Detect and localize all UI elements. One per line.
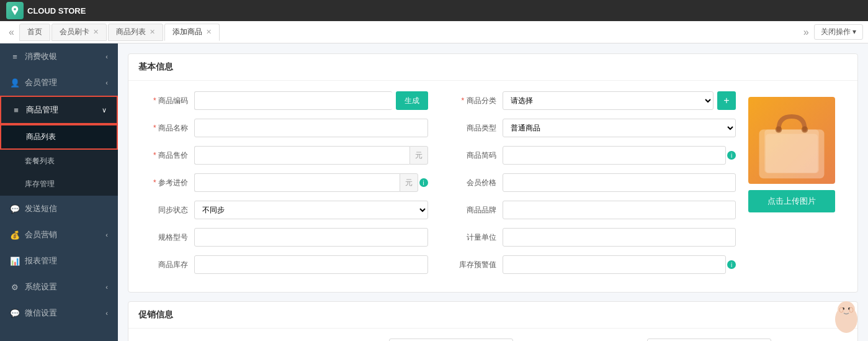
product-brand-input[interactable]	[503, 201, 736, 219]
product-brand-row: 商品品牌	[447, 200, 736, 220]
member-price-label: 会员价格	[447, 178, 503, 188]
stock-warning-input[interactable]	[503, 255, 727, 274]
svg-point-10	[849, 307, 853, 312]
sidebar-sub-item-inventory[interactable]: 库存管理	[0, 173, 118, 196]
product-shortcode-label: 商品简码	[447, 150, 503, 161]
settings-arrow: ‹	[105, 283, 108, 291]
sidebar-submenu: 商品列表 套餐列表 库存管理	[0, 124, 118, 196]
sidebar: ≡ 消费收银 ‹ 👤 会员管理 ‹ ≡ 商品管理 ∨ 商品列表 套餐列表 库存管…	[0, 43, 118, 341]
wechat-icon: 💬	[10, 309, 20, 318]
app-logo: CLOUD STORE	[6, 2, 86, 19]
promo-row-1: 商品折扣 i 开启 关闭	[138, 339, 848, 341]
ref-price-suffix: 元	[400, 173, 418, 192]
wechat-arrow: ‹	[105, 309, 108, 317]
product-code-input[interactable]	[194, 91, 392, 110]
sidebar-item-send-sms[interactable]: 💬 发送短信	[0, 196, 118, 222]
promo-info-section: 促销信息 商品折扣 i 开启	[128, 301, 858, 341]
member-price-input[interactable]	[503, 173, 736, 192]
stock-warning-row: 库存预警值 i	[447, 255, 736, 275]
unit-label: 计量单位	[447, 232, 503, 243]
add-category-button[interactable]: +	[717, 91, 736, 110]
sidebar-item-member-marketing[interactable]: 💰 会员营销 ‹	[0, 222, 118, 248]
tab-member-card-close[interactable]: ✕	[93, 28, 99, 36]
basic-info-left: 商品编码 生成 商品名称 商	[138, 91, 428, 282]
basic-info-section: 基本信息 商品编码 生成	[128, 53, 858, 293]
app-header: CLOUD STORE	[0, 0, 868, 21]
product-name-input[interactable]	[194, 119, 428, 137]
tab-home[interactable]: 首页	[19, 24, 50, 41]
logo-icon	[6, 2, 24, 19]
product-category-label: 商品分类	[447, 96, 503, 106]
sidebar-item-wechat-settings[interactable]: 💬 微信设置 ‹	[0, 300, 118, 326]
product-price-label: 商品售价	[138, 150, 194, 161]
svg-point-3	[802, 126, 808, 133]
cashier-arrow: ‹	[105, 53, 108, 60]
member-price-row: 会员价格	[447, 173, 736, 193]
special-discount-col: 特价折扣 i	[324, 339, 580, 341]
svg-rect-4	[766, 134, 818, 173]
tab-product-list-close[interactable]: ✕	[150, 28, 155, 36]
spec-model-input[interactable]	[194, 228, 428, 247]
ref-price-input-group: 元	[194, 173, 418, 192]
sms-icon: 💬	[10, 204, 20, 214]
min-discount-col: 最低折扣	[593, 339, 848, 341]
ref-price-label: 参考进价	[138, 178, 194, 188]
tab-product-list[interactable]: 商品列表 ✕	[108, 24, 163, 41]
report-icon: 📊	[10, 257, 20, 266]
member-arrow: ‹	[105, 79, 108, 86]
special-discount-input[interactable]	[389, 339, 513, 341]
tab-prev-btn[interactable]: «	[5, 27, 18, 38]
ref-price-info-icon[interactable]: i	[419, 178, 428, 187]
promo-info-title: 促销信息	[128, 302, 857, 329]
sidebar-sub-item-package-list[interactable]: 套餐列表	[0, 150, 118, 173]
min-discount-input[interactable]	[647, 339, 771, 341]
product-code-label: 商品编码	[138, 96, 194, 106]
bag-illustration	[748, 97, 835, 184]
promo-info-body: 商品折扣 i 开启 关闭	[128, 329, 857, 341]
stock-warning-label: 库存预警值	[447, 260, 503, 270]
basic-info-body: 商品编码 生成 商品名称 商	[128, 81, 857, 292]
product-type-select[interactable]: 普通商品	[503, 119, 736, 137]
upload-image-button[interactable]: 点击上传图片	[748, 190, 835, 212]
tab-next-btn[interactable]: »	[800, 27, 813, 38]
tab-add-product[interactable]: 添加商品 ✕	[164, 24, 220, 41]
sync-status-select[interactable]: 不同步	[194, 201, 428, 219]
basic-info-content: 商品编码 生成 商品名称 商	[138, 91, 848, 282]
product-stock-input[interactable]	[194, 255, 428, 274]
svg-point-2	[776, 126, 782, 133]
unit-row: 计量单位	[447, 227, 736, 247]
basic-info-right: 商品分类 请选择 + 商品类型 普	[428, 91, 736, 282]
sidebar-item-report-mgmt[interactable]: 📊 报表管理	[0, 248, 118, 274]
sidebar-item-cashier[interactable]: ≡ 消费收银 ‹	[0, 43, 118, 70]
product-category-select[interactable]: 请选择	[503, 91, 714, 110]
tab-member-card[interactable]: 会员刷卡 ✕	[51, 24, 107, 41]
sync-status-label: 同步状态	[138, 205, 194, 216]
product-name-label: 商品名称	[138, 123, 194, 134]
close-action-button[interactable]: 关闭操作 ▾	[814, 24, 863, 40]
main-layout: ≡ 消费收银 ‹ 👤 会员管理 ‹ ≡ 商品管理 ∨ 商品列表 套餐列表 库存管…	[0, 43, 868, 341]
tab-add-product-close[interactable]: ✕	[206, 28, 212, 36]
sidebar-sub-item-product-list[interactable]: 商品列表	[0, 124, 118, 150]
product-stock-row: 商品库存	[138, 255, 428, 275]
product-stock-label: 商品库存	[138, 260, 194, 270]
shortcode-info-icon[interactable]: i	[727, 151, 736, 160]
stock-warning-info-icon[interactable]: i	[727, 260, 736, 269]
product-price-input-group: 元	[194, 146, 428, 165]
member-icon: 👤	[10, 78, 20, 88]
product-icon: ≡	[11, 106, 21, 115]
product-discount-col: 商品折扣 i 开启 关闭	[138, 339, 312, 341]
sidebar-item-system-settings[interactable]: ⚙ 系统设置 ‹	[0, 274, 118, 300]
cashier-icon: ≡	[10, 52, 20, 61]
product-brand-label: 商品品牌	[447, 205, 503, 216]
product-code-input-group: 生成	[194, 91, 428, 110]
sidebar-item-member-mgmt[interactable]: 👤 会员管理 ‹	[0, 70, 118, 96]
ref-price-input[interactable]	[194, 173, 400, 192]
generate-code-button[interactable]: 生成	[396, 91, 428, 110]
sync-status-row: 同步状态 不同步	[138, 200, 428, 220]
settings-icon: ⚙	[10, 283, 20, 292]
product-price-input[interactable]	[194, 146, 409, 165]
product-shortcode-input[interactable]	[503, 146, 727, 165]
sidebar-item-product-mgmt[interactable]: ≡ 商品管理 ∨	[0, 96, 118, 124]
tab-bar: « 首页 会员刷卡 ✕ 商品列表 ✕ 添加商品 ✕ » 关闭操作 ▾	[0, 21, 868, 43]
unit-input[interactable]	[503, 228, 736, 247]
